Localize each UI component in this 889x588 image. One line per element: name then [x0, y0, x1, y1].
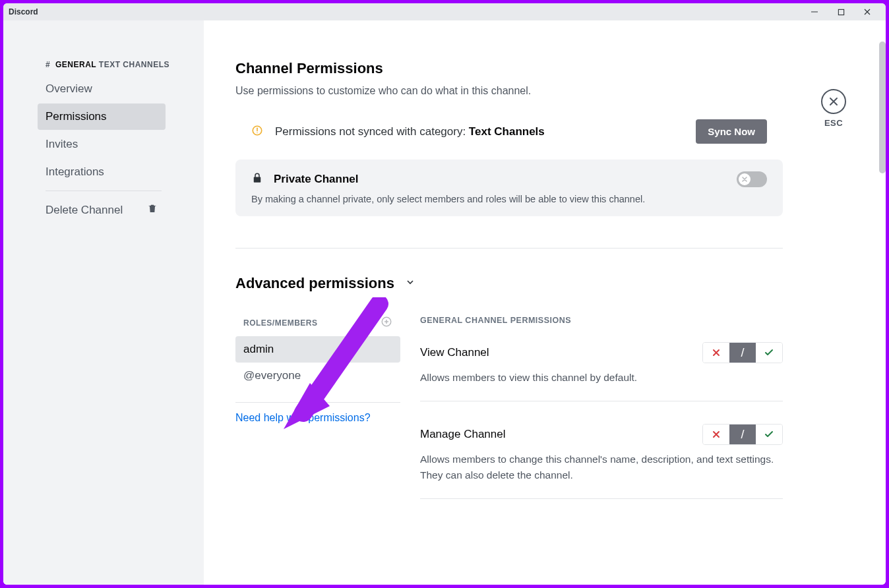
permission-neutral-button[interactable]: / [729, 425, 756, 444]
svg-point-2 [257, 132, 258, 133]
sidebar-item-invites[interactable]: Invites [38, 131, 166, 158]
window-maximize-button[interactable] [828, 3, 854, 20]
window-minimize-button[interactable] [801, 3, 828, 20]
permission-manage-channel: Manage Channel / [420, 424, 783, 499]
page-subtitle: Use permissions to customize who can do … [235, 85, 783, 97]
divider [420, 401, 783, 401]
sync-notice: Permissions not synced with category: Te… [235, 119, 783, 144]
sync-text: Permissions not synced with category: Te… [275, 125, 696, 138]
permission-neutral-button[interactable]: / [729, 343, 756, 363]
permission-toggle-view-channel: / [702, 342, 783, 363]
private-channel-title: Private Channel [274, 173, 737, 186]
private-channel-toggle[interactable] [737, 171, 767, 187]
role-item-admin[interactable]: admin [235, 336, 400, 363]
permissions-category-header: GENERAL CHANNEL PERMISSIONS [420, 316, 783, 325]
sidebar-item-permissions[interactable]: Permissions [38, 103, 166, 130]
permission-view-channel: View Channel / [420, 342, 783, 401]
close-icon [821, 89, 846, 114]
sidebar-delete-label: Delete Channel [46, 204, 123, 217]
sidebar-delete-channel[interactable]: Delete Channel [38, 196, 166, 223]
trash-icon [147, 203, 158, 217]
private-channel-description: By making a channel private, only select… [251, 194, 767, 204]
svg-rect-0 [838, 9, 843, 15]
permission-name: View Channel [420, 346, 489, 359]
permission-allow-button[interactable] [756, 425, 782, 444]
roles-members-header: ROLES/MEMBERS [243, 318, 318, 328]
advanced-permissions-title: Advanced permissions [235, 275, 394, 292]
divider [235, 248, 783, 249]
page-title: Channel Permissions [235, 60, 783, 77]
scrollbar[interactable] [879, 42, 886, 173]
advanced-permissions-header[interactable]: Advanced permissions [235, 275, 783, 292]
sidebar-divider [46, 191, 162, 191]
roles-column: ROLES/MEMBERS admin @everyone Need help … [235, 316, 400, 521]
settings-sidebar: # GENERAL TEXT CHANNELS Overview Permiss… [3, 20, 204, 585]
permission-deny-button[interactable] [703, 425, 729, 444]
permissions-column: GENERAL CHANNEL PERMISSIONS View Channel… [420, 316, 783, 521]
role-item-everyone[interactable]: @everyone [235, 363, 400, 389]
lock-icon [251, 172, 263, 187]
sidebar-item-overview[interactable]: Overview [38, 76, 166, 102]
window-close-button[interactable] [854, 3, 880, 20]
permission-allow-button[interactable] [756, 343, 782, 363]
settings-content: Channel Permissions Use permissions to c… [204, 20, 886, 585]
permission-description: Allows members to view this channel by d… [420, 370, 783, 385]
private-channel-card: Private Channel By making a channel priv… [235, 160, 783, 216]
sidebar-channel-category: TEXT CHANNELS [99, 60, 169, 69]
roles-divider [235, 402, 400, 403]
permission-deny-button[interactable] [703, 343, 729, 363]
sync-now-button[interactable]: Sync Now [696, 119, 767, 144]
sidebar-channel-header: # GENERAL TEXT CHANNELS [38, 60, 196, 76]
permissions-help-link[interactable]: Need help with permissions? [235, 412, 371, 423]
warning-icon [251, 125, 263, 139]
permission-name: Manage Channel [420, 428, 505, 441]
add-role-button[interactable] [381, 316, 392, 330]
close-settings-button[interactable]: ESC [821, 89, 846, 128]
window-titlebar: Discord [3, 3, 886, 20]
window-title: Discord [9, 7, 38, 16]
divider [420, 498, 783, 499]
chevron-down-icon [405, 277, 415, 290]
sidebar-channel-name: GENERAL [55, 60, 96, 69]
sidebar-item-integrations[interactable]: Integrations [38, 159, 166, 185]
permission-toggle-manage-channel: / [702, 424, 783, 445]
esc-label: ESC [821, 118, 846, 128]
permission-description: Allows members to change this channel's … [420, 452, 783, 483]
hash-icon: # [46, 60, 50, 69]
